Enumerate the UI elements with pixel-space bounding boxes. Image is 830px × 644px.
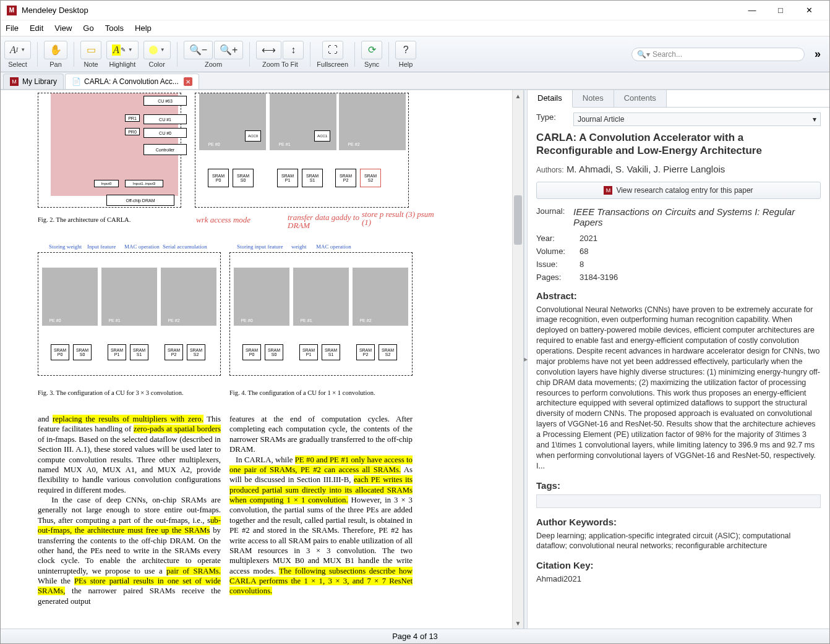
year-label: Year: [536,234,580,243]
select-label: Select [8,61,27,68]
box-controller: Controller [143,144,187,155]
f4-pe1: PE #1 [296,317,317,323]
tab-library[interactable]: M My Library [3,74,64,89]
minimize-button[interactable]: — [738,1,766,20]
year-value[interactable]: 2021 [580,234,597,243]
pan-label: Pan [49,61,62,68]
f3-ss2: SRAMS2 [187,344,205,360]
tab-document[interactable]: 📄 CARLA: A Convolution Acc... ✕ [65,74,199,89]
details-panel: Details Notes Contents Type: Journal Art… [528,90,829,629]
annotation-redink-b: transfer data gaddy to DRAM [288,213,362,229]
type-value: Journal Article [578,115,624,124]
color-tool-button[interactable]: ▼ [143,41,171,59]
volume-value[interactable]: 68 [580,247,588,256]
box-srams0a: SRAMS0 [233,169,254,187]
pdf-viewer[interactable]: CU #63 CU #1 CU #0 PR1 PR0 Controller In… [1,90,524,629]
box-cu63: CU #63 [143,96,187,106]
paper-title[interactable]: CARLA: A Convolution Accelerator with a … [536,131,821,158]
annotation-redink-a: wrk access mode [196,215,250,225]
lbl-storing-weight: Storing weight [49,244,82,250]
menu-file[interactable]: File [6,23,19,33]
box-dram: Off-chip DRAM [106,195,174,206]
box-sramp1a: SRAMP1 [277,169,298,187]
box-cu1: CU #1 [143,114,187,124]
f4-sp2: SRAMP2 [356,344,375,360]
page-indicator: Page 4 of 13 [392,632,438,641]
issue-label: Issue: [536,260,580,269]
figure-3-caption: Fig. 3. The configuration of a CU for 3 … [38,389,184,396]
fullscreen-button[interactable]: ⛶ [322,41,343,59]
tags-heading: Tags: [536,480,821,491]
volume-label: Volume: [536,247,580,256]
issue-value[interactable]: 8 [580,260,584,269]
title-bar: M Mendeley Desktop — □ ✕ [1,1,829,20]
mendeley-icon-small: M [604,186,612,195]
menu-tools[interactable]: Tools [105,23,124,33]
menu-view[interactable]: View [54,23,72,33]
box-srams2a: SRAMS2 [360,169,381,187]
toolbar-overflow-icon[interactable]: » [810,48,826,61]
tab-close-icon[interactable]: ✕ [184,77,192,86]
fit-width-button[interactable]: ⟷ [256,41,281,59]
zoomfit-label: Zoom To Fit [262,61,298,68]
pdf-scrollbar[interactable]: ▲ ▼ [512,90,523,629]
scroll-down-icon[interactable]: ▼ [513,617,523,629]
f3-sp0: SRAMP0 [51,344,69,360]
paper-text-left: and replacing the results of multipliers… [38,414,221,606]
scroll-thumb[interactable] [514,195,522,245]
box-cu0: CU #0 [143,128,187,138]
scroll-up-icon[interactable]: ▲ [513,90,523,101]
authors-value[interactable]: M. Ahmadi, S. Vakili, J. Pierre Langlois [567,164,725,174]
f4-pe2: PE #2 [355,317,376,323]
pages-value[interactable]: 3184-3196 [580,273,618,282]
figure-2-right: PE #0 PE #1 PE #2 ACC0 ACC1 SRAMP0 SRAMS… [195,93,409,208]
tab-document-label: CARLA: A Convolution Acc... [84,77,179,86]
zoom-in-button[interactable]: 🔍+ [214,41,243,59]
highlight-tool-button[interactable]: A✎▼ [106,41,139,59]
help-button[interactable]: ? [395,41,416,59]
menu-help[interactable]: Help [135,23,152,33]
lbl-storing-input: Storing input feature [237,244,283,250]
type-label: Type: [536,112,573,122]
f4-sp1: SRAMP1 [299,344,318,360]
citation-key-heading: Citation Key: [536,560,821,570]
box-pe0a: PE #0 [202,140,226,148]
citation-key-value[interactable]: Ahmadi2021 [536,574,821,583]
highlight-label: Highlight [109,61,135,68]
fit-height-button[interactable]: ↕ [283,41,304,59]
zoom-label: Zoom [205,61,222,68]
type-select[interactable]: Journal Article ▾ [573,112,821,126]
menu-edit[interactable]: Edit [30,23,43,33]
menu-bar: File Edit View Go Tools Help [1,20,829,36]
note-tool-button[interactable]: ▭ [80,41,101,59]
abstract-text[interactable]: Convolutional Neural Networks (CNNs) hav… [536,305,821,472]
select-tool-button[interactable]: AI▼ [4,41,31,59]
close-button[interactable]: ✕ [795,1,823,20]
box-pe1a: PE #1 [272,140,297,148]
box-sramp0a: SRAMP0 [208,169,229,187]
journal-value[interactable]: IEEE Transactions on Circuits and System… [573,206,821,227]
pan-tool-button[interactable]: ✋ [44,41,67,59]
tab-notes[interactable]: Notes [573,90,614,107]
sync-button[interactable]: ⟳ [361,41,382,59]
box-acc0: ACC0 [245,130,261,142]
status-bar: Page 4 of 13 [1,629,829,643]
author-keywords-value[interactable]: Deep learning; application-specific inte… [536,531,821,552]
lbl-mac-2: MAC operation [316,244,351,250]
tab-details[interactable]: Details [528,90,573,108]
box-input0: Input0 [94,180,119,187]
box-sramp2a: SRAMP2 [335,169,356,187]
f4-sp0: SRAMP0 [242,344,261,360]
f3-sp1: SRAMP1 [108,344,126,360]
zoom-out-button[interactable]: 🔍− [184,41,213,59]
f3-ss0: SRAMS0 [73,344,92,360]
lbl-input-feature: Input feature [87,244,116,250]
color-label: Color [149,61,165,68]
maximize-button[interactable]: □ [766,1,795,20]
menu-go[interactable]: Go [83,23,93,33]
search-input[interactable]: 🔍▾ Search... [631,48,805,61]
figure-4: PE #0 PE #1 PE #2 SRAMP0 SRAMS0 SRAMP1 S… [229,252,413,376]
tags-input[interactable] [536,494,821,508]
tab-contents[interactable]: Contents [614,90,667,107]
catalog-button[interactable]: M View research catalog entry for this p… [536,182,821,199]
